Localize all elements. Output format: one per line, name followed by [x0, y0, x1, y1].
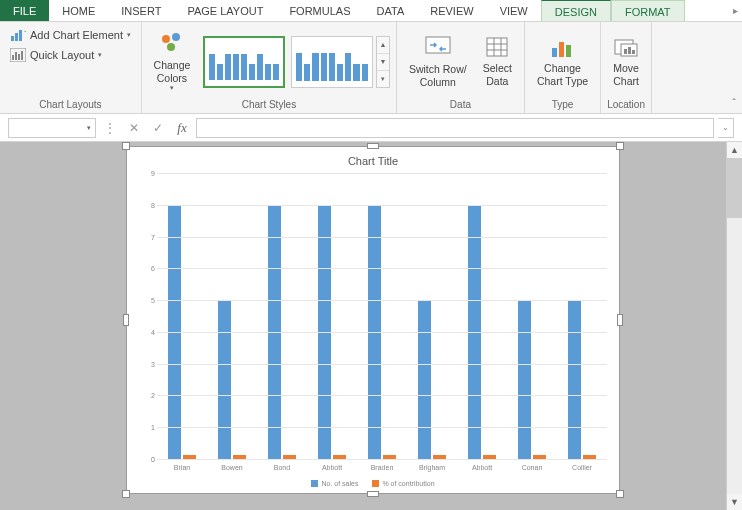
quick-layout-icon	[10, 48, 26, 62]
svg-rect-24	[628, 47, 631, 54]
switch-row-column-button[interactable]: Switch Row/ Column	[403, 26, 473, 97]
tab-design[interactable]: DESIGN	[541, 0, 611, 21]
resize-handle[interactable]	[123, 314, 129, 326]
chevron-down-icon: ▾	[127, 31, 131, 39]
tab-formulas[interactable]: FORMULAS	[276, 0, 363, 21]
resize-handle[interactable]	[616, 142, 624, 150]
y-tick: 5	[151, 297, 155, 304]
legend-label: No. of sales	[321, 480, 358, 487]
expand-formula-bar-icon[interactable]: ⌄	[718, 118, 734, 138]
chart-legend[interactable]: No. of sales % of contribution	[127, 480, 619, 487]
svg-rect-12	[426, 37, 450, 53]
collapse-ribbon-icon[interactable]: ˆ	[732, 97, 736, 109]
name-box[interactable]: ▾	[8, 118, 96, 138]
gallery-up-icon[interactable]: ▲	[377, 37, 389, 54]
quick-layout-label: Quick Layout	[30, 49, 94, 61]
select-data-button[interactable]: Select Data	[477, 26, 518, 97]
add-chart-element-button[interactable]: + Add Chart Element ▾	[6, 26, 135, 44]
chevron-down-icon: ▾	[87, 124, 91, 132]
chart-style-thumb-1[interactable]	[203, 36, 285, 88]
svg-point-11	[167, 43, 175, 51]
formula-input[interactable]	[196, 118, 714, 138]
svg-point-10	[172, 33, 180, 41]
gallery-more-icon[interactable]: ▾	[377, 71, 389, 87]
tab-file[interactable]: FILE	[0, 0, 49, 21]
svg-point-9	[162, 35, 170, 43]
tab-page-layout[interactable]: PAGE LAYOUT	[174, 0, 276, 21]
change-chart-type-button[interactable]: Change Chart Type	[531, 26, 594, 97]
y-tick: 7	[151, 233, 155, 240]
table-icon	[485, 36, 509, 63]
y-tick: 4	[151, 328, 155, 335]
bar-group[interactable]	[157, 173, 207, 459]
bar-group[interactable]	[457, 173, 507, 459]
svg-rect-23	[624, 49, 627, 54]
move-chart-icon	[613, 36, 639, 63]
svg-rect-19	[559, 42, 564, 57]
resize-handle[interactable]	[122, 490, 130, 498]
x-axis-labels: BrianBowenBondAbbottBradenBrighamAbbottC…	[157, 464, 607, 471]
scroll-thumb[interactable]	[727, 158, 742, 218]
y-tick: 2	[151, 392, 155, 399]
tab-scroll-right-icon[interactable]: ▸	[728, 0, 742, 21]
vertical-scrollbar[interactable]: ▲ ▼	[726, 142, 742, 510]
gallery-scroll: ▲ ▼ ▾	[376, 36, 390, 88]
scroll-up-icon[interactable]: ▲	[727, 142, 742, 158]
group-label: Type	[531, 97, 594, 111]
move-chart-button[interactable]: Move Chart	[607, 26, 645, 97]
chart-element-icon: +	[10, 28, 26, 42]
change-colors-button[interactable]: Change Colors ▾	[148, 26, 196, 97]
bar-group[interactable]	[207, 173, 257, 459]
bar[interactable]	[418, 300, 431, 459]
tab-review[interactable]: REVIEW	[417, 0, 486, 21]
gridline	[157, 300, 607, 301]
move-chart-label: Move Chart	[613, 62, 639, 87]
formula-sep-icon: ⋮	[100, 118, 120, 138]
insert-function-icon[interactable]: fx	[172, 118, 192, 138]
quick-layout-button[interactable]: Quick Layout ▾	[6, 46, 106, 64]
y-tick: 8	[151, 201, 155, 208]
chart-object[interactable]: Chart Title 0123456789 BrianBowenBondAbb…	[126, 146, 620, 494]
tab-home[interactable]: HOME	[49, 0, 108, 21]
change-chart-type-label: Change Chart Type	[537, 62, 588, 87]
ribbon-tabs: FILE HOME INSERT PAGE LAYOUT FORMULAS DA…	[0, 0, 742, 22]
bar-group[interactable]	[557, 173, 607, 459]
gridline	[157, 268, 607, 269]
bar-group[interactable]	[307, 173, 357, 459]
enter-formula-icon[interactable]: ✓	[148, 118, 168, 138]
resize-handle[interactable]	[367, 491, 379, 497]
bar[interactable]	[568, 300, 581, 459]
svg-rect-6	[15, 52, 17, 60]
chart-style-thumb-2[interactable]	[291, 36, 373, 88]
tab-format[interactable]: FORMAT	[611, 0, 685, 21]
x-label: Brigham	[407, 464, 457, 471]
x-label: Collier	[557, 464, 607, 471]
gallery-down-icon[interactable]: ▼	[377, 54, 389, 71]
bar[interactable]	[218, 300, 231, 459]
resize-handle[interactable]	[367, 143, 379, 149]
group-location: Move Chart Location	[601, 22, 652, 113]
bar-group[interactable]	[507, 173, 557, 459]
svg-rect-20	[566, 45, 571, 57]
bar[interactable]	[518, 300, 531, 459]
formula-bar: ▾ ⋮ ✕ ✓ fx ⌄	[0, 114, 742, 142]
tab-insert[interactable]: INSERT	[108, 0, 174, 21]
resize-handle[interactable]	[617, 314, 623, 326]
tab-data[interactable]: DATA	[364, 0, 418, 21]
gridline	[157, 237, 607, 238]
resize-handle[interactable]	[122, 142, 130, 150]
group-label: Chart Layouts	[6, 97, 135, 111]
gridline	[157, 427, 607, 428]
plot-area[interactable]: 0123456789	[157, 173, 607, 459]
tab-view[interactable]: VIEW	[487, 0, 541, 21]
bar-group[interactable]	[357, 173, 407, 459]
gridline	[157, 173, 607, 174]
x-label: Bond	[257, 464, 307, 471]
cancel-formula-icon[interactable]: ✕	[124, 118, 144, 138]
bar-group[interactable]	[407, 173, 457, 459]
scroll-down-icon[interactable]: ▼	[727, 494, 742, 510]
chart-title[interactable]: Chart Title	[127, 147, 619, 171]
bar-group[interactable]	[257, 173, 307, 459]
add-chart-element-label: Add Chart Element	[30, 29, 123, 41]
resize-handle[interactable]	[616, 490, 624, 498]
